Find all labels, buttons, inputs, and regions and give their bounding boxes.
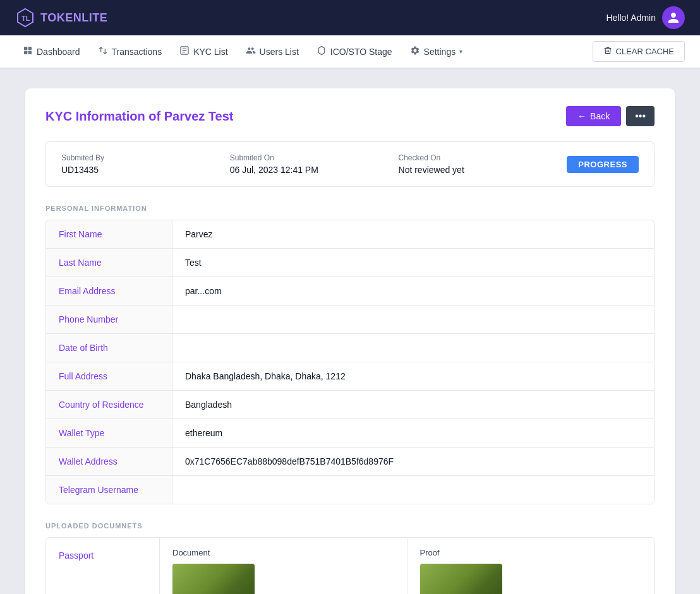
passport-proof-image[interactable] xyxy=(420,564,502,594)
more-options-button[interactable]: ••• xyxy=(626,106,655,126)
documents-section: UPLOADED DOCUMNETS Passport Document xyxy=(45,522,655,594)
doc-document-col: Document xyxy=(160,538,407,594)
page-title: KYC Information of Parvez Test xyxy=(45,109,233,124)
nav-item-dashboard[interactable]: Dashboard xyxy=(15,42,88,62)
submitted-by-value: UD13435 xyxy=(61,165,230,175)
trash-icon xyxy=(603,46,612,57)
doc-document-label: Document xyxy=(172,548,394,557)
table-row: Passport Document Proof xyxy=(46,538,654,594)
table-row: Email Address par...com xyxy=(46,277,654,306)
brand: TL TOKENLITE xyxy=(15,8,107,28)
transactions-icon xyxy=(98,45,108,58)
submitted-on-value: 06 Jul, 2023 12:41 PM xyxy=(230,165,399,175)
doc-files: Document Proof xyxy=(160,538,654,594)
submitted-by-label: Submited By xyxy=(61,153,230,162)
kyc-card: KYC Information of Parvez Test ← Back ••… xyxy=(25,88,675,594)
svg-text:TL: TL xyxy=(21,15,30,22)
submitted-by-col: Submited By UD13435 xyxy=(61,153,230,175)
checked-on-label: Checked On xyxy=(399,153,567,162)
submission-info: Submited By UD13435 Submited On 06 Jul, … xyxy=(45,141,655,187)
table-row: Wallet Address 0x71C7656EC7ab88b098defB7… xyxy=(46,448,654,476)
checked-on-col: Checked On Not reviewed yet xyxy=(399,153,567,175)
users-list-icon xyxy=(246,45,256,58)
back-button[interactable]: ← Back xyxy=(566,106,621,126)
table-row: Date of Birth xyxy=(46,334,654,362)
table-row: Telegram Username xyxy=(46,476,654,504)
svg-rect-4 xyxy=(24,50,27,54)
brand-name: TOKENLITE xyxy=(40,11,107,25)
table-row: Phone Number xyxy=(46,306,654,334)
table-row: Wallet Type ethereum xyxy=(46,419,654,448)
nav-item-ico-sto[interactable]: ICO/STO Stage xyxy=(309,42,400,62)
settings-chevron-icon: ▾ xyxy=(459,48,462,55)
back-arrow-icon: ← xyxy=(577,111,586,121)
status-badge: PROGRESS xyxy=(567,158,639,170)
checked-on-value: Not reviewed yet xyxy=(399,165,567,175)
kyc-list-icon xyxy=(179,45,190,58)
settings-icon xyxy=(410,45,420,58)
avatar xyxy=(662,6,685,29)
user-greeting: Hello! Admin xyxy=(606,13,656,23)
table-row: Country of Residence Bangladesh xyxy=(46,391,654,419)
nav-item-users-list[interactable]: Users List xyxy=(238,42,306,62)
doc-type-passport: Passport xyxy=(46,538,160,594)
nav-item-settings[interactable]: Settings ▾ xyxy=(402,42,471,62)
dashboard-icon xyxy=(23,45,33,58)
svg-rect-2 xyxy=(24,47,27,50)
svg-rect-5 xyxy=(28,50,32,54)
doc-proof-label: Proof xyxy=(420,548,642,557)
doc-proof-col: Proof xyxy=(407,538,655,594)
table-row: Full Address Dhaka Bangladesh, Dhaka, Dh… xyxy=(46,362,654,391)
user-info: Hello! Admin xyxy=(606,6,685,29)
personal-info-section-label: PERSONAL INFORMATION xyxy=(45,205,655,212)
svg-marker-7 xyxy=(318,46,324,54)
submitted-on-col: Submited On 06 Jul, 2023 12:41 PM xyxy=(230,153,399,175)
ico-sto-icon xyxy=(317,45,327,58)
navbar: TL TOKENLITE Hello! Admin xyxy=(0,0,700,35)
top-navigation: Dashboard Transactions KYC List Users Li… xyxy=(0,35,700,68)
clear-cache-button[interactable]: CLEAR CACHE xyxy=(593,41,685,62)
page-header: KYC Information of Parvez Test ← Back ••… xyxy=(45,106,655,126)
nav-item-kyc-list[interactable]: KYC List xyxy=(172,42,235,62)
passport-document-image[interactable] xyxy=(172,564,255,594)
header-actions: ← Back ••• xyxy=(566,106,655,126)
documents-table: Passport Document Proof xyxy=(45,537,655,594)
nav-links: Dashboard Transactions KYC List Users Li… xyxy=(15,42,470,62)
main-content: KYC Information of Parvez Test ← Back ••… xyxy=(0,68,700,594)
personal-info-table: First Name Parvez Last Name Test Email A… xyxy=(45,220,655,504)
svg-rect-3 xyxy=(28,47,32,50)
documents-section-label: UPLOADED DOCUMNETS xyxy=(45,522,655,530)
submitted-on-label: Submited On xyxy=(230,153,399,162)
table-row: Last Name Test xyxy=(46,249,654,277)
table-row: First Name Parvez xyxy=(46,220,654,249)
nav-item-transactions[interactable]: Transactions xyxy=(90,42,170,62)
brand-logo-icon: TL xyxy=(15,8,35,28)
